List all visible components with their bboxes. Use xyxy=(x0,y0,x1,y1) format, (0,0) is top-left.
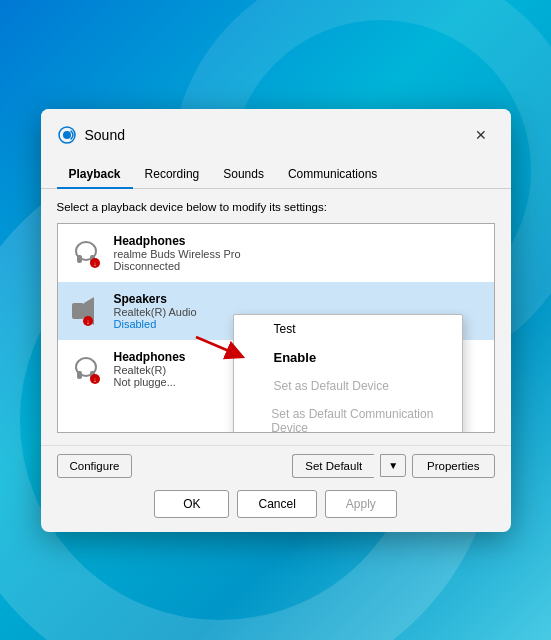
properties-button[interactable]: Properties xyxy=(412,454,494,478)
action-row: OK Cancel Apply xyxy=(41,490,511,532)
svg-text:↓: ↓ xyxy=(86,318,90,325)
ctx-enable[interactable]: Enable xyxy=(234,343,462,372)
sound-dialog: Sound ✕ Playback Recording Sounds Commun… xyxy=(41,109,511,532)
device-info-headphones-bt: Headphones realme Buds Wireless Pro Disc… xyxy=(114,234,484,272)
bottom-bar: Configure Set Default ▼ Properties xyxy=(41,445,511,490)
cancel-button[interactable]: Cancel xyxy=(237,490,316,518)
svg-text:↓: ↓ xyxy=(93,260,97,267)
configure-button[interactable]: Configure xyxy=(57,454,133,478)
ok-button[interactable]: OK xyxy=(154,490,229,518)
speakers-icon: ↓ xyxy=(68,293,104,329)
tab-playback[interactable]: Playback xyxy=(57,161,133,189)
instruction-text: Select a playback device below to modify… xyxy=(57,201,495,213)
svg-rect-3 xyxy=(77,255,82,263)
sound-icon xyxy=(57,125,77,145)
headphones-bt-icon: ↓ xyxy=(68,235,104,271)
device-name-1: Speakers xyxy=(114,292,484,306)
title-bar-left: Sound xyxy=(57,125,125,145)
svg-rect-12 xyxy=(77,371,82,379)
svg-text:↓: ↓ xyxy=(93,376,97,383)
tab-recording[interactable]: Recording xyxy=(133,161,212,189)
set-default-button[interactable]: Set Default xyxy=(292,454,374,478)
headphones-realtek-icon: ↓ xyxy=(68,351,104,387)
title-bar: Sound ✕ xyxy=(41,109,511,149)
device-item-headphones-bt[interactable]: ↓ Headphones realme Buds Wireless Pro Di… xyxy=(58,224,494,282)
ctx-set-default-comm: Set as Default Communication Device xyxy=(234,400,462,433)
device-name-0: Headphones xyxy=(114,234,484,248)
tab-communications[interactable]: Communications xyxy=(276,161,389,189)
tab-bar: Playback Recording Sounds Communications xyxy=(41,153,511,189)
apply-button[interactable]: Apply xyxy=(325,490,397,518)
set-default-arrow-button[interactable]: ▼ xyxy=(380,454,406,477)
svg-point-1 xyxy=(63,131,71,139)
close-button[interactable]: ✕ xyxy=(467,121,495,149)
device-list: ↓ Headphones realme Buds Wireless Pro Di… xyxy=(57,223,495,433)
device-status-0: Disconnected xyxy=(114,260,484,272)
content-area: Select a playback device below to modify… xyxy=(41,189,511,441)
dialog-title: Sound xyxy=(85,127,125,143)
ctx-set-default: Set as Default Device xyxy=(234,372,462,400)
device-sub-0: realme Buds Wireless Pro xyxy=(114,248,484,260)
context-menu: Test Enable Set as Default Device Set as… xyxy=(233,314,463,433)
ctx-test[interactable]: Test xyxy=(234,315,462,343)
tab-sounds[interactable]: Sounds xyxy=(211,161,276,189)
svg-rect-7 xyxy=(72,303,84,319)
